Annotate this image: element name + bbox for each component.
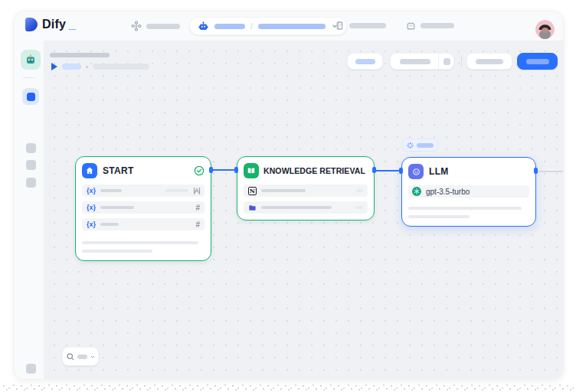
workflow-nav-icon [27, 93, 35, 101]
rail-item-4[interactable] [26, 178, 36, 188]
toolbar-extra-button[interactable] [443, 58, 450, 65]
openai-icon [412, 187, 421, 196]
toolbar-group[interactable] [390, 53, 454, 70]
zoom-control[interactable] [62, 347, 99, 366]
dataset-meta-placeholder [356, 206, 363, 209]
run-meta-placeholder [93, 64, 149, 70]
book-icon [247, 166, 256, 175]
edge-knowledge-to-llm [375, 170, 401, 172]
workflow-canvas[interactable]: START {x} |A| {x} # [44, 41, 564, 380]
folder-icon [248, 204, 257, 212]
preview-button[interactable] [466, 53, 512, 70]
nav-docs[interactable] [335, 21, 386, 31]
dify-logo[interactable]: Dify _ [25, 18, 76, 31]
app-name-placeholder [214, 24, 245, 29]
dataset-meta-placeholder [356, 189, 363, 192]
user-avatar[interactable] [535, 20, 555, 39]
node-desc-line [82, 241, 198, 244]
dify-logo-icon [25, 18, 38, 31]
features-button[interactable] [347, 53, 383, 70]
play-icon [51, 63, 57, 70]
workflow-crosshair-icon [131, 21, 142, 31]
number-type-icon: # [195, 220, 200, 229]
node-desc-line [82, 250, 152, 253]
llm-node-title: LLM [429, 166, 529, 177]
rail-app-icon[interactable] [21, 50, 41, 70]
start-var-row: {x} # [82, 201, 205, 214]
home-icon [85, 166, 94, 175]
toolbar-divider [461, 56, 462, 67]
rail-item-2[interactable] [26, 143, 36, 153]
llm-running-badge [402, 139, 438, 152]
run-label-placeholder [62, 64, 81, 70]
variable-prefix: {x} [87, 220, 96, 228]
llm-output-handle[interactable] [534, 168, 538, 174]
workflow-title-placeholder [50, 53, 110, 57]
variable-prefix: {x} [87, 187, 96, 194]
node-desc-line [408, 207, 522, 210]
rail-item-bottom[interactable] [26, 364, 36, 374]
rail-divider [23, 77, 35, 78]
publish-label-placeholder [526, 59, 549, 64]
robot-icon [198, 21, 209, 32]
features-label-placeholder [355, 59, 375, 64]
variable-prefix: {x} [87, 204, 96, 211]
running-label-placeholder [417, 143, 434, 148]
number-type-icon: # [195, 204, 200, 212]
llm-model-name: gpt-3.5-turbo [426, 188, 470, 196]
publish-button[interactable] [517, 53, 558, 70]
docs-icon [335, 21, 345, 31]
nav-studio-label-placeholder [146, 24, 180, 29]
llm-model-row[interactable]: gpt-3.5-turbo [408, 185, 529, 198]
rail-item-3[interactable] [26, 160, 36, 170]
variable-name-placeholder [100, 223, 119, 226]
app-robot-icon [25, 54, 37, 66]
dify-logo-accent: _ [69, 18, 76, 31]
preview-label-placeholder [476, 59, 503, 64]
start-var-row: {x} # [82, 218, 205, 230]
llm-input-handle[interactable] [399, 168, 403, 174]
nav-api[interactable] [406, 21, 454, 31]
dataset-name-placeholder [261, 206, 332, 209]
dataset-row: N [244, 185, 368, 197]
api-icon [406, 21, 416, 31]
dataset-name-placeholder [261, 189, 306, 192]
check-circle-icon [194, 165, 205, 176]
variable-value-placeholder [165, 189, 188, 192]
edge-start-to-knowledge [211, 169, 237, 171]
start-var-row: {x} |A| [82, 185, 205, 197]
spinner-icon [407, 142, 414, 149]
node-start[interactable]: START {x} |A| {x} # [75, 156, 211, 261]
status-dot [86, 66, 88, 68]
llm-circle-icon [411, 167, 421, 177]
node-llm[interactable]: LLM gpt-3.5-turbo [401, 157, 536, 227]
last-run-status[interactable] [51, 63, 149, 70]
zoom-search-icon [66, 352, 75, 361]
chevron-down-icon [90, 354, 96, 360]
switcher-separator: / [250, 21, 253, 31]
dify-logo-text: Dify [42, 18, 66, 31]
bottom-noise-strip [2, 384, 574, 391]
dataset-row [244, 201, 368, 214]
node-knowledge-retrieval[interactable]: KNOWLEDGE RETRIEVAL N [237, 156, 375, 220]
start-output-handle[interactable] [209, 167, 213, 173]
app-window: Dify _ / [14, 11, 564, 380]
knowledge-input-handle[interactable] [234, 167, 238, 173]
knowledge-node-title: KNOWLEDGE RETRIEVAL [263, 166, 365, 175]
zoom-level-placeholder [77, 354, 87, 359]
rail-item-workflow-active[interactable] [22, 88, 39, 105]
knowledge-output-handle[interactable] [372, 167, 376, 173]
toolbar-label-placeholder [400, 59, 430, 64]
workflow-name-placeholder [258, 24, 326, 29]
toolbar-group-divider [438, 53, 439, 70]
node-desc-line [408, 215, 470, 218]
nav-docs-label-placeholder [349, 23, 386, 28]
edge-llm-outgoing [536, 171, 564, 172]
app-switcher[interactable]: / [189, 17, 347, 35]
notion-icon: N [248, 187, 257, 195]
top-header: Dify _ / [15, 11, 563, 41]
variable-name-placeholder [100, 206, 134, 209]
nav-api-label-placeholder [421, 23, 454, 28]
string-type-icon: |A| [193, 187, 200, 194]
nav-studio[interactable] [131, 21, 180, 31]
